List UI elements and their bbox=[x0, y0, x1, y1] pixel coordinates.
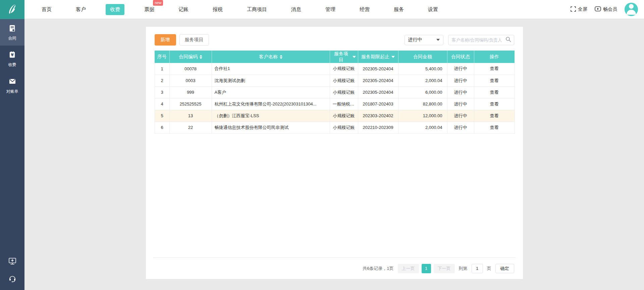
user-icon bbox=[625, 3, 638, 16]
sidebar-item-0[interactable]: 合同 bbox=[0, 19, 24, 46]
top-nav-item-1[interactable]: 客户 bbox=[71, 4, 90, 15]
filter-caret-icon[interactable] bbox=[391, 56, 395, 58]
cell-customer: 合作社1 bbox=[212, 63, 330, 75]
contract-icon bbox=[8, 24, 16, 33]
top-nav-item-0[interactable]: 首页 bbox=[37, 4, 56, 15]
top-nav-item-7[interactable]: 消息 bbox=[287, 4, 306, 15]
top-nav-item-label: 管理 bbox=[325, 6, 335, 12]
member-label: 畅会员 bbox=[603, 6, 617, 12]
page-number-button[interactable]: 1 bbox=[422, 264, 431, 273]
cell-action: 查看 bbox=[474, 86, 515, 98]
cell-amount: 82,800.00 bbox=[398, 98, 447, 110]
column-header-label: 服务期限起止 bbox=[361, 54, 389, 60]
view-link[interactable]: 查看 bbox=[490, 78, 499, 83]
sidebar-item-2[interactable]: 对账单 bbox=[0, 72, 24, 99]
fullscreen-icon bbox=[571, 6, 576, 13]
customer-service-icon[interactable] bbox=[8, 275, 16, 284]
table-row: 4252525525杭州杠上花文化传播有限公司-2022(20230310130… bbox=[155, 98, 515, 110]
column-header-label: 合同金额 bbox=[413, 54, 432, 60]
avatar[interactable] bbox=[625, 3, 638, 16]
next-page-button[interactable]: 下一页 bbox=[434, 264, 455, 273]
column-header-1[interactable]: 合同编码 bbox=[169, 51, 212, 63]
table-row: 20003沈海英测试勿删小规模记账202305-2024042,000.04进行… bbox=[155, 75, 515, 86]
view-link[interactable]: 查看 bbox=[490, 90, 499, 95]
column-header-5: 合同金额 bbox=[398, 51, 447, 63]
top-nav-item-9[interactable]: 经营 bbox=[355, 4, 374, 15]
view-link[interactable]: 查看 bbox=[490, 113, 499, 118]
cell-seq: 4 bbox=[155, 98, 169, 110]
view-link[interactable]: 查看 bbox=[490, 125, 499, 130]
view-link[interactable]: 查看 bbox=[490, 66, 499, 71]
cell-code: 252525525 bbox=[169, 98, 212, 110]
client-download-icon[interactable] bbox=[8, 257, 16, 267]
top-nav-item-10[interactable]: 服务 bbox=[389, 4, 408, 15]
pagination: 共6条记录，1页 上一页 1 下一页 到第 页 确定 bbox=[153, 258, 516, 279]
top-nav-item-label: 工商项目 bbox=[247, 6, 267, 12]
cell-customer: 畅捷通信息技术股份有限公司民非测试 bbox=[212, 122, 330, 133]
confirm-button[interactable]: 确定 bbox=[495, 264, 514, 273]
cell-status: 进行中 bbox=[447, 63, 474, 75]
goto-page-input[interactable] bbox=[472, 264, 483, 273]
new-badge: new bbox=[153, 0, 163, 6]
sort-icon[interactable] bbox=[200, 55, 202, 59]
top-nav-item-11[interactable]: 设置 bbox=[424, 4, 442, 15]
top-nav-item-5[interactable]: 报税 bbox=[208, 4, 227, 15]
top-nav-item-label: 记账 bbox=[178, 6, 189, 12]
sidebar-item-1[interactable]: ¥收费 bbox=[0, 46, 24, 72]
top-nav-item-3[interactable]: 票据new bbox=[140, 4, 159, 15]
cell-action: 查看 bbox=[474, 75, 515, 86]
top-nav-item-label: 设置 bbox=[428, 6, 438, 12]
column-header-label: 合同状态 bbox=[451, 54, 470, 60]
column-header-4[interactable]: 服务期限起止 bbox=[358, 51, 398, 63]
table-row: 3999A客户小规模记账202305-2024046,000.00进行中查看 bbox=[155, 86, 515, 98]
cell-period: 202305-202404 bbox=[358, 75, 398, 86]
table-row: 622畅捷通信息技术股份有限公司民非测试小规模记账202210-2023092,… bbox=[155, 122, 515, 133]
cell-service: 一般纳税人... bbox=[330, 98, 358, 110]
search-input[interactable] bbox=[452, 38, 505, 43]
column-header-7: 操作 bbox=[474, 51, 515, 63]
top-nav-item-label: 经营 bbox=[360, 6, 370, 12]
cell-amount: 2,000.04 bbox=[398, 75, 447, 86]
column-header-3[interactable]: 服务项目 bbox=[330, 51, 358, 63]
app-logo[interactable] bbox=[0, 0, 24, 19]
sort-icon[interactable] bbox=[280, 55, 282, 59]
cell-status: 进行中 bbox=[447, 122, 474, 133]
top-nav-item-6[interactable]: 工商项目 bbox=[243, 4, 271, 15]
cell-service: 小规模记账 bbox=[330, 86, 358, 98]
cell-amount: 6,000.00 bbox=[398, 86, 447, 98]
column-header-2[interactable]: 客户名称 bbox=[212, 51, 330, 63]
records-summary: 共6条记录，1页 bbox=[363, 266, 393, 272]
top-nav-item-4[interactable]: 记账 bbox=[174, 4, 193, 15]
search-box bbox=[448, 35, 514, 45]
fullscreen-button[interactable]: 全屏 bbox=[571, 6, 587, 13]
column-header-label: 序号 bbox=[157, 54, 167, 60]
contracts-table-wrap: 序号合同编码客户名称服务项目服务期限起止合同金额合同状态操作 100078合作社… bbox=[146, 51, 523, 134]
status-filter-select[interactable]: 进行中 bbox=[405, 35, 443, 45]
column-header-6: 合同状态 bbox=[447, 51, 474, 63]
add-button[interactable]: 新增 bbox=[155, 34, 176, 46]
sidebar: 合同¥收费对账单 bbox=[0, 19, 24, 290]
cell-customer: （勿删）江西服宝-LSS bbox=[212, 110, 330, 122]
column-header-label: 服务项目 bbox=[332, 51, 351, 63]
view-link[interactable]: 查看 bbox=[490, 101, 499, 106]
cell-seq: 6 bbox=[155, 122, 169, 133]
top-bar-right: 全屏 畅会员 bbox=[571, 0, 644, 19]
column-header-label: 操作 bbox=[490, 54, 499, 60]
cell-code: 22 bbox=[169, 122, 212, 133]
filter-caret-icon[interactable] bbox=[353, 56, 356, 58]
member-button[interactable]: 畅会员 bbox=[595, 6, 617, 12]
search-icon[interactable] bbox=[505, 37, 511, 44]
cell-action: 查看 bbox=[474, 63, 515, 75]
service-items-button[interactable]: 服务项目 bbox=[179, 34, 209, 46]
cell-action: 查看 bbox=[474, 122, 515, 133]
cell-service: 小规模记账 bbox=[330, 110, 358, 122]
top-nav-item-2[interactable]: 收费 bbox=[106, 4, 124, 15]
prev-page-button[interactable]: 上一页 bbox=[398, 264, 419, 273]
feather-logo-icon bbox=[6, 2, 19, 17]
content-card: 新增 服务项目 进行中 bbox=[146, 27, 523, 279]
cell-amount: 12,000.00 bbox=[398, 110, 447, 122]
cell-status: 进行中 bbox=[447, 86, 474, 98]
cell-status: 进行中 bbox=[447, 75, 474, 86]
cell-code: 999 bbox=[169, 86, 212, 98]
top-nav-item-8[interactable]: 管理 bbox=[321, 4, 340, 15]
